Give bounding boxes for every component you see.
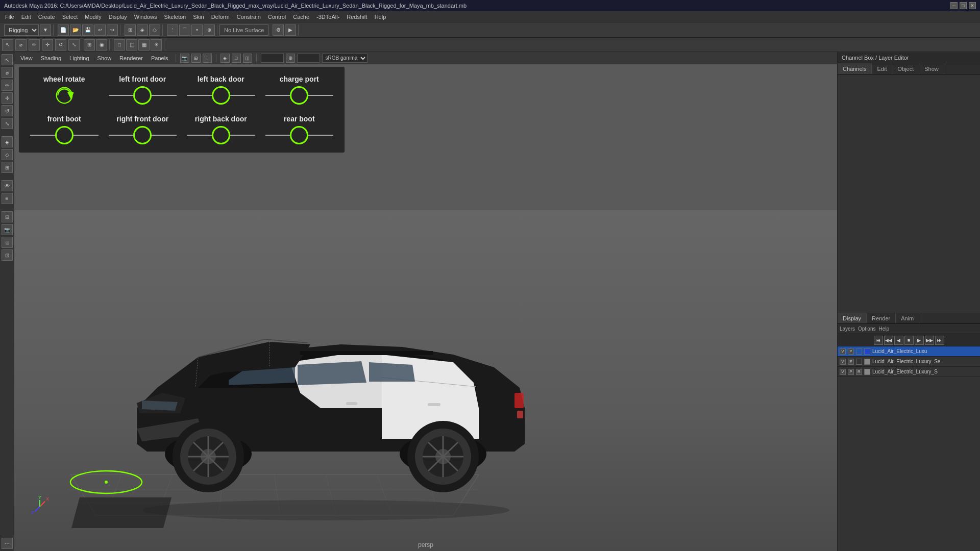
rig-circle-cp[interactable] bbox=[290, 86, 308, 105]
rp-tab-anim[interactable]: Anim bbox=[896, 313, 919, 323]
layer-r-2[interactable] bbox=[856, 359, 862, 365]
show-hide-btn[interactable]: 👁 bbox=[2, 180, 13, 191]
select-by-component[interactable]: ◇ bbox=[149, 24, 160, 36]
rotate-tool[interactable]: ↺ bbox=[55, 39, 66, 51]
transport-stop[interactable]: ■ bbox=[904, 336, 914, 345]
layer-p-3[interactable]: P bbox=[848, 369, 854, 375]
vp-menu-lighting[interactable]: Lighting bbox=[66, 54, 92, 62]
menu-skeleton[interactable]: Skeleton bbox=[161, 13, 189, 21]
new-scene-btn[interactable]: 📄 bbox=[58, 24, 69, 36]
attr-editor-btn[interactable]: ≣ bbox=[2, 237, 13, 248]
menu-redshift[interactable]: Redshift bbox=[344, 13, 370, 21]
move-tool-left[interactable]: ✛ bbox=[2, 92, 13, 104]
render-btn[interactable]: ▶ bbox=[285, 24, 296, 36]
undo-btn[interactable]: ↩ bbox=[94, 24, 106, 36]
render-region-btn[interactable]: ⊟ bbox=[2, 211, 13, 222]
layer-btn[interactable]: ≡ bbox=[2, 193, 13, 204]
light-btn[interactable]: ☀ bbox=[151, 39, 162, 51]
menu-constrain[interactable]: Constrain bbox=[234, 13, 264, 21]
rig-circle-rfd[interactable] bbox=[133, 126, 152, 144]
mode-dropdown[interactable]: ▼ bbox=[40, 24, 51, 36]
lasso-tool[interactable]: ⌀ bbox=[15, 39, 27, 51]
rp-tab-channels[interactable]: Channels bbox=[838, 63, 872, 74]
rig-circle-lbd[interactable] bbox=[212, 86, 230, 105]
menu-deform[interactable]: Deform bbox=[208, 13, 233, 21]
vp-menu-shading[interactable]: Shading bbox=[38, 54, 64, 62]
show-manipulator[interactable]: ⊞ bbox=[84, 39, 95, 51]
snap-point[interactable]: • bbox=[191, 24, 203, 36]
snap-curve[interactable]: ⌒ bbox=[179, 24, 190, 36]
rig-circle-lfd[interactable] bbox=[133, 86, 152, 105]
redo-btn[interactable]: ↪ bbox=[107, 24, 118, 36]
vp-menu-renderer[interactable]: Renderer bbox=[116, 54, 146, 62]
hierarchy-mode-btn[interactable]: ⊞ bbox=[2, 162, 13, 173]
menu-modify[interactable]: Modify bbox=[82, 13, 104, 21]
layer-r-3[interactable]: R bbox=[856, 369, 862, 375]
vp-field1[interactable]: 0.00 bbox=[261, 54, 284, 63]
rp-sub-help[interactable]: Help bbox=[878, 326, 889, 332]
vp-grid-btn[interactable]: ⋮ bbox=[203, 54, 212, 63]
layer-row-2[interactable]: V P Lucid_Air_Electric_Luxury_Se bbox=[838, 357, 980, 367]
rotate-tool-left[interactable]: ↺ bbox=[2, 105, 13, 116]
vp-wireframe-btn[interactable]: □ bbox=[232, 54, 241, 63]
menu-3dtoall[interactable]: -3DToAll- bbox=[313, 13, 342, 21]
select-by-object[interactable]: ◈ bbox=[137, 24, 148, 36]
rp-tab-object[interactable]: Object bbox=[892, 63, 919, 74]
menu-cache[interactable]: Cache bbox=[290, 13, 312, 21]
texture-btn[interactable]: ▦ bbox=[138, 39, 150, 51]
rig-circle-rb[interactable] bbox=[290, 126, 308, 144]
menu-edit[interactable]: Edit bbox=[18, 13, 34, 21]
vp-field2[interactable]: 1.00 bbox=[297, 54, 320, 63]
rig-circle-fb[interactable] bbox=[55, 126, 74, 144]
rp-tab-display[interactable]: Display bbox=[838, 313, 867, 323]
soft-select[interactable]: ◉ bbox=[96, 39, 107, 51]
scale-tool[interactable]: ⤡ bbox=[68, 39, 80, 51]
save-scene-btn[interactable]: 💾 bbox=[82, 24, 93, 36]
scale-tool-left[interactable]: ⤡ bbox=[2, 118, 13, 129]
transport-go-end[interactable]: ⏭ bbox=[935, 336, 944, 345]
menu-display[interactable]: Display bbox=[106, 13, 130, 21]
transport-prev-frame[interactable]: ◀◀ bbox=[884, 336, 893, 345]
menu-file[interactable]: File bbox=[2, 13, 17, 21]
vp-menu-show[interactable]: Show bbox=[94, 54, 115, 62]
transport-prev[interactable]: ◀ bbox=[894, 336, 903, 345]
rig-circle-rbd[interactable] bbox=[212, 126, 230, 144]
minimize-button[interactable]: ─ bbox=[950, 2, 958, 9]
vp-menu-view[interactable]: View bbox=[17, 54, 36, 62]
layer-vis-1[interactable]: V bbox=[840, 348, 846, 355]
layer-p-2[interactable]: P bbox=[848, 359, 854, 365]
snap-view[interactable]: ⊕ bbox=[204, 24, 215, 36]
outliner-btn[interactable]: ⊡ bbox=[2, 249, 13, 261]
wireframe-btn[interactable]: □ bbox=[114, 39, 125, 51]
menu-select[interactable]: Select bbox=[59, 13, 81, 21]
maximize-button[interactable]: □ bbox=[960, 2, 967, 9]
render-settings[interactable]: ⚙ bbox=[273, 24, 284, 36]
rp-tab-edit[interactable]: Edit bbox=[872, 63, 892, 74]
menu-windows[interactable]: Windows bbox=[131, 13, 160, 21]
object-mode-btn[interactable]: ◈ bbox=[2, 136, 13, 147]
menu-skin[interactable]: Skin bbox=[190, 13, 207, 21]
camera-btn[interactable]: 📷 bbox=[2, 224, 13, 235]
menu-help[interactable]: Help bbox=[372, 13, 389, 21]
component-mode-btn[interactable]: ◇ bbox=[2, 149, 13, 160]
vp-resolution-gate[interactable]: ⊞ bbox=[191, 54, 201, 63]
select-by-hierarchy[interactable]: ⊞ bbox=[125, 24, 136, 36]
snap-grid[interactable]: ⋮ bbox=[167, 24, 178, 36]
mode-select[interactable]: Rigging bbox=[4, 24, 39, 36]
move-tool[interactable]: ✛ bbox=[42, 39, 53, 51]
transport-next[interactable]: ▶▶ bbox=[925, 336, 934, 345]
rp-sub-layers[interactable]: Layers bbox=[840, 326, 855, 332]
menu-control[interactable]: Control bbox=[265, 13, 289, 21]
vp-smooth-btn[interactable]: ◫ bbox=[243, 54, 252, 63]
vp-display-mode[interactable]: ◈ bbox=[220, 54, 230, 63]
layer-vis-3[interactable]: V bbox=[840, 369, 846, 375]
select-tool[interactable]: ↖ bbox=[2, 39, 13, 51]
layer-p-1[interactable]: P bbox=[848, 348, 854, 355]
transport-go-start[interactable]: ⏮ bbox=[874, 336, 883, 345]
menu-create[interactable]: Create bbox=[35, 13, 58, 21]
close-button[interactable]: ✕ bbox=[969, 2, 976, 9]
rp-tab-show[interactable]: Show bbox=[919, 63, 944, 74]
vp-field1-icon[interactable]: ⊕ bbox=[286, 54, 295, 63]
gamma-select[interactable]: sRGB gamma bbox=[322, 54, 368, 63]
layer-row-3[interactable]: V P R Lucid_Air_Electric_Luxury_S bbox=[838, 367, 980, 377]
